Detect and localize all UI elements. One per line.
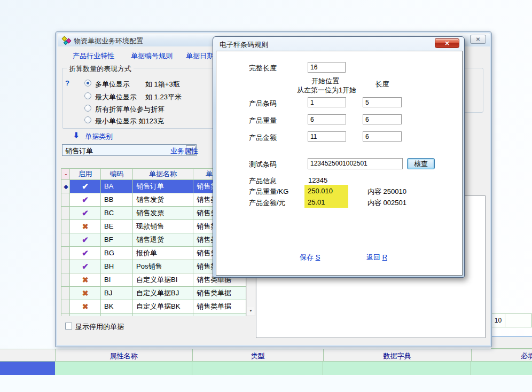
cross-icon: ✖ [82,302,89,311]
weight-result-value: 250.010 [308,187,333,195]
check-icon: ✔ [82,262,89,271]
col-marker: - [61,169,70,180]
radio-max-unit-label[interactable]: 最大单位显示 [95,92,137,102]
save-label: 保存 [300,253,314,261]
bottom-header-required: 必填 [521,351,532,361]
cross-icon: ✖ [82,222,89,231]
product-weight-length-input[interactable]: 6 [363,114,402,124]
row-cell[interactable] [471,362,532,375]
dialog-title: 电子秤条码规则 [220,40,268,50]
bottom-header-type: 类型 [192,351,323,361]
conversion-groupbox-title: 折算数量的表现方式 [67,64,134,74]
table-row[interactable]: ✖ BK 自定义单据BK 销售类单据 [61,300,246,313]
grid-cell-empty [505,313,532,327]
help-icon[interactable]: ? [65,79,69,87]
col-enabled[interactable]: 启用 [70,169,101,180]
row-cell[interactable] [323,362,471,375]
cross-icon: ✖ [82,276,89,284]
radio-max-unit[interactable] [84,92,91,99]
col-name[interactable]: 单据名称 [133,169,193,180]
product-amount-length-input[interactable]: 6 [363,131,402,142]
check-icon: ✔ [82,195,89,204]
product-barcode-length-input[interactable]: 5 [363,97,402,107]
start-position-header: 开始位置 [293,76,357,86]
grid-cell-10: 10 [491,313,505,327]
return-button[interactable]: 返回 R [366,253,387,262]
radio-all-units[interactable] [84,105,91,112]
save-key: S [316,253,320,261]
length-header: 长度 [363,80,402,89]
start-position-subheader: 从左第一位为1开始 [288,85,365,95]
product-weight-start-input[interactable]: 6 [308,114,346,124]
show-disabled-label[interactable]: 显示停用的单据 [75,322,124,332]
radio-all-units-label[interactable]: 所有折算单位参与折算 [95,105,165,114]
business-attr-link[interactable]: 业务属性 [170,146,198,156]
col-code[interactable]: 编码 [101,169,133,180]
grid-gray-band [491,337,532,349]
table-row-partial [61,313,246,316]
save-button[interactable]: 保存 S [300,253,320,262]
row-cell[interactable] [55,362,192,375]
check-icon: ✔ [82,182,89,191]
table-row[interactable]: ✖ BJ 自定义单据BJ 销售类单据 [61,287,246,300]
weight-result-content: 内容 250010 [367,187,406,197]
show-disabled-checkbox[interactable] [65,323,72,330]
bottom-header-data-dict: 数据字典 [323,351,471,361]
product-amount-start-input[interactable]: 11 [308,131,346,142]
amount-result-value: 25.01 [308,198,325,206]
product-barcode-label: 产品条码 [249,99,277,108]
radio-min-unit[interactable] [84,116,91,123]
doc-category-label[interactable]: 单据类别 [85,132,113,142]
product-amount-label: 产品金额 [249,133,277,143]
return-label: 返回 [366,253,380,261]
tab-doc-numbering-rules[interactable]: 单据编号规则 [131,51,173,61]
weight-result-label: 产品重量/KG [249,187,288,197]
dialog-close-button[interactable]: ✕ [435,38,459,48]
check-icon: ✔ [82,248,89,257]
test-barcode-input[interactable]: 1234525001002501 [308,158,403,169]
test-barcode-label: 测试条码 [249,160,277,169]
tab-doc-date-rules[interactable]: 单据日期 [186,51,214,61]
product-barcode-start-input[interactable]: 1 [308,97,346,107]
amount-result-content: 内容 002501 [367,198,406,208]
radio-max-unit-example: 如 1.23平米 [145,92,182,102]
full-length-label: 完整长度 [249,64,277,73]
check-button[interactable]: 核查 [407,158,435,169]
radio-multi-unit-label[interactable]: 多单位显示 [95,80,130,89]
return-key: R [382,253,387,261]
category-down-arrow-icon: ⬇ [73,131,80,139]
check-icon: ✔ [82,208,89,217]
amount-result-label: 产品金额/元 [249,198,286,208]
selected-cell[interactable] [0,362,55,375]
product-info-label: 产品信息 [249,176,277,186]
main-window-close-button[interactable]: ✕ [470,35,486,44]
row-cell[interactable] [192,362,323,375]
radio-min-unit-label[interactable]: 最小单位显示 如123克 [95,116,164,126]
product-weight-label: 产品重量 [249,116,277,126]
bottom-table-header-row: 属性名称 类型 数据字典 必填 [0,349,532,362]
tab-product-industry[interactable]: 产品行业特性 [73,51,114,61]
barcode-rules-dialog: 电子秤条码规则 ✕ 完整长度 16 开始位置 从左第一位为1开始 长度 产品条码… [213,36,465,278]
bottom-table-row[interactable] [0,362,532,375]
check-icon: ✔ [82,235,89,244]
full-length-input[interactable]: 16 [308,62,346,73]
radio-multi-unit-example: 如 1箱+3瓶 [145,80,180,89]
product-info-value: 12345 [308,176,327,184]
main-window-title: 物资单据业务环境配置 [74,36,143,46]
bottom-area [0,375,532,392]
bottom-header-attr-name: 属性名称 [55,351,192,361]
cross-icon: ✖ [82,289,89,297]
scroll-down-icon[interactable]: ▼ [247,307,254,315]
radio-multi-unit[interactable] [84,80,91,87]
doc-category-value: 销售订单 [65,146,93,156]
app-icon [62,36,72,44]
